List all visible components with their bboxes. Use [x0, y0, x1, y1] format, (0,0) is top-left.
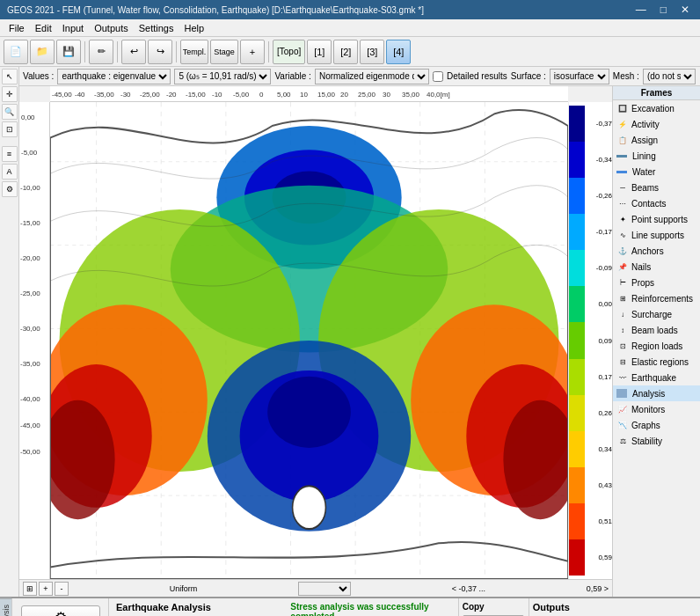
- frame-nails[interactable]: 📌 Nails: [613, 259, 700, 275]
- toolbar-tab2[interactable]: [2]: [333, 40, 358, 64]
- analyze-button[interactable]: ⚙ Analyze: [21, 605, 100, 616]
- toolbar-tab3[interactable]: [3]: [360, 40, 384, 64]
- frame-excavation-label: Excavation: [631, 104, 674, 114]
- analysis-config: Earthquake Analysis Break calculation af…: [109, 598, 287, 616]
- toolbar-tab4[interactable]: [4]: [386, 40, 411, 64]
- copy-header: Copy: [463, 602, 525, 612]
- toolbar-tab1[interactable]: [1]: [307, 40, 332, 64]
- frame-beam-loads[interactable]: ↕ Beam loads: [613, 322, 700, 338]
- frame-monitors-label: Monitors: [631, 405, 665, 414]
- menu-edit[interactable]: Edit: [30, 21, 57, 35]
- svg-text:0: 0: [259, 91, 264, 99]
- frame-props[interactable]: ⊢ Props: [613, 275, 700, 290]
- svg-text:10: 10: [300, 91, 308, 99]
- fem-visualization[interactable]: [50, 102, 568, 579]
- uniform-select[interactable]: [298, 582, 351, 596]
- toolbar-undo[interactable]: ↩: [121, 40, 146, 64]
- toolbar-new[interactable]: 📄: [4, 40, 28, 64]
- mode-select[interactable]: 5 (ω₅ = 10,91 rad/s): [174, 69, 271, 84]
- legend-row-11: 0,51: [569, 503, 612, 539]
- variable-select[interactable]: Normalized eigenmode d n, z: [315, 69, 429, 84]
- water-icon: [616, 171, 627, 173]
- beam-loads-icon: ↕: [616, 326, 629, 334]
- frame-contacts[interactable]: ⋯ Contacts: [613, 195, 700, 211]
- frame-reinforcements[interactable]: ⊞ Reinforcements: [613, 290, 700, 306]
- legend-val-6: 0,09: [587, 337, 612, 345]
- frame-elastic-label: Elastic regions: [631, 357, 689, 367]
- frame-analysis[interactable]: Analysis: [613, 385, 700, 401]
- frame-assign[interactable]: 📋 Assign: [613, 132, 700, 148]
- minimize-btn[interactable]: —: [632, 4, 650, 16]
- toolbar-save[interactable]: 💾: [56, 40, 81, 64]
- svg-text:-30,00: -30,00: [20, 325, 40, 333]
- frame-earthquake-label: Earthquake: [631, 373, 676, 383]
- frame-monitors[interactable]: 📈 Monitors: [613, 401, 700, 417]
- svg-text:-15,00: -15,00: [20, 219, 40, 227]
- toolbar-open[interactable]: 📁: [30, 40, 55, 64]
- left-icon-text[interactable]: A: [2, 164, 18, 180]
- left-icon-layers[interactable]: ≡: [2, 146, 18, 162]
- mesh-select[interactable]: (do not show): [643, 69, 696, 84]
- legend-row-12: 0,59: [569, 539, 612, 576]
- frame-beams[interactable]: ─ Beams: [613, 180, 700, 195]
- legend-row-1: -0,34: [569, 142, 612, 178]
- frame-surcharge[interactable]: ↓ Surcharge: [613, 306, 700, 322]
- zoom-minus-btn[interactable]: -: [55, 582, 69, 596]
- legend-val-8: 0,26: [587, 409, 612, 417]
- frame-point-supports[interactable]: ✦ Point supports: [613, 211, 700, 227]
- earthquake-select[interactable]: earthquake : eigenvalue: [57, 69, 171, 84]
- legend-color-2: [569, 178, 585, 214]
- toolbar-template[interactable]: Templ.: [180, 40, 208, 64]
- menu-settings[interactable]: Settings: [134, 21, 179, 35]
- surface-select[interactable]: isosurface: [550, 69, 609, 84]
- frame-excavation[interactable]: 🔲 Excavation: [613, 100, 700, 116]
- legend-color-5: [569, 286, 585, 322]
- legend-val-1: -0,34: [587, 156, 612, 164]
- toolbar-stage[interactable]: Stage: [210, 40, 238, 64]
- analysis-tab[interactable]: Analysis: [0, 598, 11, 616]
- svg-text:-10: -10: [212, 91, 222, 99]
- zoom-plus-btn[interactable]: +: [39, 582, 53, 596]
- menu-help[interactable]: Help: [179, 21, 209, 35]
- toolbar-plus[interactable]: +: [240, 40, 265, 64]
- left-icon-zoom[interactable]: 🔍: [2, 104, 18, 120]
- svg-text:-25,00: -25,00: [140, 91, 160, 99]
- frame-region-loads[interactable]: ⊡ Region loads: [613, 338, 700, 354]
- svg-text:-20: -20: [166, 91, 177, 99]
- frame-earthquake[interactable]: 〰 Earthquake: [613, 370, 700, 385]
- frame-lining[interactable]: Lining: [613, 148, 700, 164]
- y-ruler: 0,00 -5,00 -10,00 -15,00 -20,00 -25,00 -…: [19, 102, 50, 579]
- toolbar-edit[interactable]: ✏: [89, 40, 113, 64]
- frame-anchors[interactable]: ⚓ Anchors: [613, 243, 700, 259]
- left-icon-select[interactable]: ⊡: [2, 121, 18, 137]
- svg-text:-20,00: -20,00: [20, 254, 40, 262]
- frame-line-supports[interactable]: ∿ Line supports: [613, 227, 700, 243]
- left-icon-settings[interactable]: ⚙: [2, 181, 18, 197]
- menu-input[interactable]: Input: [57, 21, 89, 35]
- left-icon-pointer[interactable]: ↖: [2, 69, 18, 84]
- svg-text:-45,00: -45,00: [20, 422, 40, 429]
- viz-area: -45,00 -40 -35,00 -30 -25,00 -20 -15,00 …: [19, 86, 700, 597]
- close-btn[interactable]: ✕: [677, 4, 693, 16]
- frame-activity[interactable]: ⚡ Activity: [613, 116, 700, 132]
- surcharge-icon: ↓: [616, 310, 629, 319]
- zoom-fit-btn[interactable]: ⊞: [23, 582, 37, 596]
- detailed-checkbox[interactable]: [433, 71, 443, 82]
- frame-graphs[interactable]: 📉 Graphs: [613, 417, 700, 433]
- left-icon-move[interactable]: ✛: [2, 86, 18, 102]
- maximize-btn[interactable]: □: [657, 4, 670, 16]
- frame-water[interactable]: Water: [613, 164, 700, 180]
- svg-text:-15,00: -15,00: [186, 91, 206, 99]
- fem-svg: [50, 102, 568, 579]
- menu-file[interactable]: File: [4, 21, 30, 35]
- frame-stability[interactable]: ⚖ Stability: [613, 433, 700, 449]
- toolbar-redo[interactable]: ↪: [148, 40, 172, 64]
- anchors-icon: ⚓: [616, 246, 629, 255]
- legend-color-7: [569, 359, 585, 395]
- legend-val-0: -0,37: [587, 120, 612, 128]
- frame-elastic-regions[interactable]: ⊟ Elastic regions: [613, 354, 700, 370]
- menu-outputs[interactable]: Outputs: [89, 21, 134, 35]
- legend-entries: -0,37 -0,34 -0,26: [569, 102, 612, 579]
- values-label: Values :: [23, 71, 54, 81]
- toolbar-topo[interactable]: [Topo]: [273, 40, 305, 64]
